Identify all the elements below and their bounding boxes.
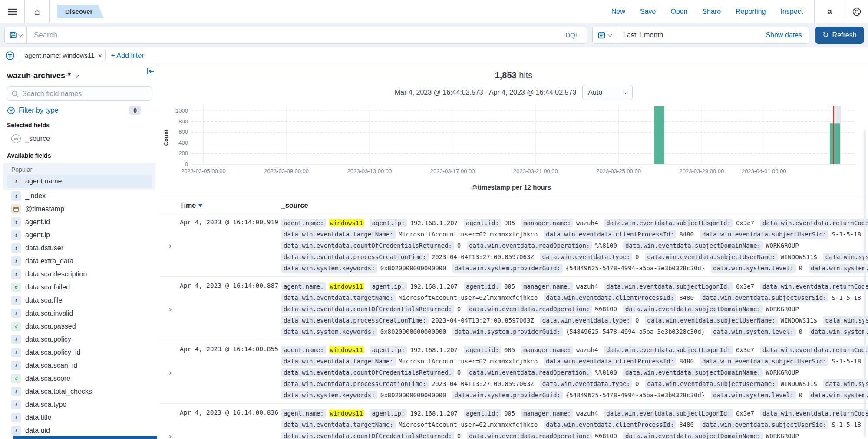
field-value: {54849625-5478-4994-a5ba-3e3b0328c30d}: [566, 328, 705, 335]
field-key-badge: data.win.eventdata.readOperation:: [467, 368, 592, 377]
field-item[interactable]: tdata.sca.invalid: [7, 307, 152, 320]
top-nav-link-reporting[interactable]: Reporting: [736, 8, 766, 16]
time-column-header[interactable]: Time: [180, 202, 281, 210]
source-line: data.win.eventdata.processCreationTime:2…: [281, 378, 868, 389]
field-item[interactable]: tagent.id: [7, 216, 152, 229]
field-name: data.sca.invalid: [25, 309, 73, 317]
field-name: @timestamp: [25, 205, 64, 213]
top-nav-link-open[interactable]: Open: [670, 8, 687, 16]
field-value: wazuh4: [576, 410, 598, 417]
doc-table-header: Time _source: [159, 198, 868, 213]
number-field-icon: #: [11, 283, 21, 292]
field-item[interactable]: tdata.sca.type: [7, 398, 152, 411]
field-item[interactable]: tdata.sca.scan_id: [7, 359, 152, 372]
filter-options-button[interactable]: [5, 51, 15, 60]
field-value: 2023-04-04T13:27:00.8597063Z: [432, 317, 534, 324]
svg-text:2023-03-17 00:00: 2023-03-17 00:00: [430, 168, 475, 174]
field-key-badge: agent.name:: [281, 282, 326, 291]
menu-button[interactable]: [0, 0, 24, 23]
breadcrumb-discover[interactable]: Discover: [57, 5, 104, 18]
add-filter-button[interactable]: + Add filter: [111, 52, 144, 60]
time-range-button[interactable]: Last 1 month: [617, 31, 670, 39]
field-value: 2023-04-04T13:27:00.8597063Z: [432, 253, 534, 260]
top-nav-link-share[interactable]: Share: [702, 8, 721, 16]
show-dates-button[interactable]: Show dates: [759, 31, 809, 39]
query-language-toggle[interactable]: DQL: [558, 31, 587, 39]
field-key-badge: manager.name:: [521, 409, 573, 418]
chart-x-axis-caption: @timestamp per 12 hours: [159, 183, 863, 191]
field-key-badge: data.win.eventdata.subjectUserSid:: [700, 357, 829, 366]
field-item[interactable]: </>_source: [7, 132, 152, 145]
field-item[interactable]: tdata.sca.policy: [7, 333, 152, 346]
field-key-badge: data.win.system.eventID:: [823, 253, 868, 261]
expand-row-icon[interactable]: ›: [169, 344, 180, 401]
source-line: agent.name:windows11agent.ip:192.168.1.2…: [281, 281, 868, 292]
top-nav-link-save[interactable]: Save: [640, 8, 656, 16]
field-item[interactable]: tdata.extra_data: [7, 255, 152, 268]
field-value: WORKGROUP: [766, 432, 799, 439]
field-value: 0: [635, 317, 639, 324]
field-value: S-1-5-18: [832, 231, 861, 238]
field-search-input[interactable]: [22, 90, 147, 98]
hamburger-icon: [8, 8, 17, 15]
help-button[interactable]: [845, 0, 868, 23]
field-key-badge: data.win.eventdata.processCreationTime:: [281, 316, 429, 325]
home-button[interactable]: ⌂: [25, 0, 49, 23]
filter-by-type-button[interactable]: Filter by type: [7, 106, 59, 115]
source-line: agent.name:windows11agent.ip:192.168.1.2…: [281, 408, 868, 419]
field-item[interactable]: @timestamp: [7, 203, 152, 216]
field-name: data.sca.policy_id: [25, 349, 80, 356]
field-key-badge: manager.name:: [521, 219, 573, 227]
refresh-button[interactable]: ↻ Refresh: [815, 27, 864, 44]
field-value: windows11: [329, 346, 364, 353]
field-key-badge: data.win.eventdata.subjectUserName:: [645, 253, 777, 261]
field-item[interactable]: tdata.sca.policy_id: [7, 346, 152, 359]
expand-row-icon[interactable]: ›: [169, 281, 180, 337]
field-key-badge: agent.name:: [281, 219, 326, 227]
field-item[interactable]: #data.sca.failed: [7, 281, 152, 294]
field-key-badge: agent.id:: [464, 219, 501, 227]
user-avatar[interactable]: a: [822, 4, 837, 19]
field-item[interactable]: tdata.sca.file: [7, 294, 152, 307]
field-key-badge: data.win.system.keywords:: [281, 264, 377, 273]
saved-queries-button[interactable]: [5, 27, 27, 43]
filter-by-type-label: Filter by type: [19, 106, 59, 114]
field-name: data.sca.passed: [25, 323, 76, 330]
field-value: 0: [799, 265, 802, 272]
field-value: WORKGROUP: [766, 369, 799, 376]
field-value: 005: [504, 410, 515, 417]
field-item[interactable]: tdata.sca.description: [7, 268, 152, 281]
field-name: data.sca.total_checks: [25, 388, 92, 396]
source-line: data.win.eventdata.countOfCredentialsRet…: [281, 430, 868, 439]
expand-row-icon[interactable]: ›: [169, 408, 180, 439]
field-key-badge: data.win.eventdata.subjectLogonId:: [604, 282, 733, 291]
filter-count-badge: 0: [129, 106, 141, 115]
top-nav-link-new[interactable]: New: [611, 8, 625, 16]
expand-row-icon[interactable]: ›: [169, 217, 180, 274]
field-key-badge: data.win.eventdata.countOfCredentialsRet…: [281, 305, 454, 313]
interval-select[interactable]: Auto: [582, 85, 633, 100]
scrollbar-track[interactable]: [864, 130, 866, 437]
field-item[interactable]: t_index: [7, 190, 152, 203]
field-item[interactable]: tdata.title: [7, 411, 152, 424]
top-nav-link-inspect[interactable]: Inspect: [780, 8, 803, 16]
selected-fields-heading: Selected fields: [7, 122, 152, 129]
field-value: {54849625-5478-4994-a5ba-3e3b0328c30d}: [566, 392, 705, 399]
field-value: wazuh4: [576, 220, 598, 226]
search-input[interactable]: [27, 31, 558, 40]
field-item[interactable]: tdata.dstuser: [7, 242, 152, 255]
field-item[interactable]: tdata.sca.total_checks: [7, 385, 152, 398]
date-quick-select-button[interactable]: [593, 27, 617, 43]
collapse-sidebar-button[interactable]: [147, 68, 155, 76]
hits-header: 1,853 hits: [159, 70, 868, 80]
field-item[interactable]: #data.sca.score: [7, 372, 152, 385]
field-item[interactable]: tagent.ip: [7, 229, 152, 242]
index-pattern-selector[interactable]: wazuh-archives-*: [7, 71, 78, 80]
field-item[interactable]: tagent.name: [7, 175, 152, 188]
remove-filter-icon[interactable]: ×: [98, 52, 102, 59]
field-value: 005: [504, 220, 515, 226]
source-line: data.win.eventdata.targetName:MicrosoftA…: [281, 229, 868, 240]
filter-pill[interactable]: agent.name: windows11 ×: [20, 50, 106, 61]
field-item[interactable]: #data.sca.passed: [7, 320, 152, 333]
refresh-icon: ↻: [822, 31, 828, 39]
